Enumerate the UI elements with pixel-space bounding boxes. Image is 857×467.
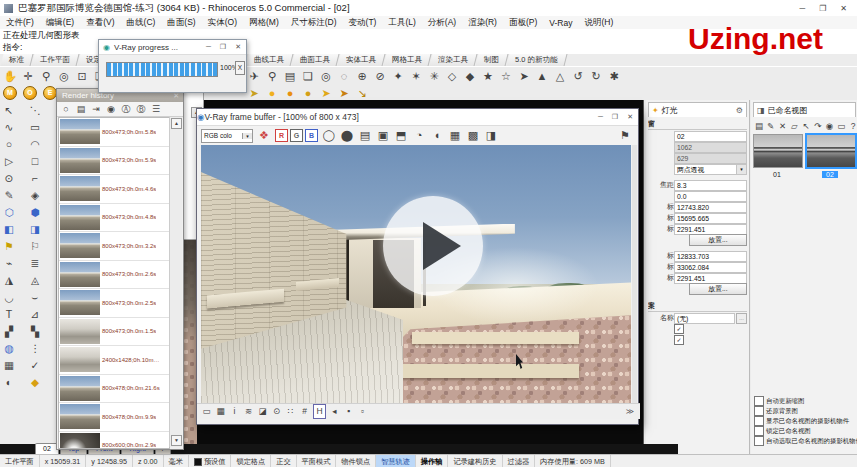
property-value[interactable]: 1062 [674,142,747,153]
close-icon[interactable]: ✕ [627,113,633,121]
histogram-icon[interactable]: H [313,404,326,419]
render-history-row[interactable]: 2400x1428;0h.10m… [59,346,169,375]
toolbar-tab-right-2[interactable]: 实体工具 [338,54,386,66]
toolbar-tab-right-3[interactable]: 网格工具 [384,54,432,66]
menu-item-1[interactable]: 编辑(E) [40,17,80,29]
light-icon[interactable]: ✦ [391,69,405,84]
walk-icon[interactable]: ➤ [517,69,531,84]
vray-progress-title-bar[interactable]: ◉ V-Ray progress ... ─ ❐ ✕ [99,40,246,55]
save-view-icon[interactable]: ▤ [283,69,297,84]
status-cell-14[interactable]: 内存使用量: 609 MB [535,455,611,467]
nv-restore-icon[interactable]: ↷ [813,120,823,132]
status-cell-5[interactable]: 预设值 [189,455,232,467]
pan-icon[interactable]: ✋ [3,69,17,84]
checkbox-unchecked[interactable] [754,396,764,406]
zoom-extents-icon[interactable]: ⊡ [75,69,89,84]
property-value[interactable]: 12743.820 [674,202,747,213]
property-value[interactable]: 629 [674,153,747,164]
nv-select-icon[interactable]: ↖ [801,120,811,132]
menu-item-9[interactable]: 工具(L) [382,17,421,29]
text-tool-icon[interactable]: T [2,307,16,321]
named-view-item[interactable]: 02 [806,134,854,178]
close-icon[interactable]: ✕ [235,43,241,51]
menu-item-8[interactable]: 变动(T) [343,17,383,29]
toolbar-tab-left-0[interactable]: 标准 [1,54,34,66]
dimension-tool-icon[interactable]: ⊿ [28,307,42,321]
menu-item-7[interactable]: 尺寸标注(D) [285,17,343,29]
minimize-icon[interactable]: ─ [206,43,211,51]
menu-item-10[interactable]: 分析(A) [422,17,462,29]
close-icon[interactable]: ✕ [840,4,847,13]
status-cell-8[interactable]: 平面模式 [297,455,337,467]
toolbar-tab-right-6[interactable]: 5.0 的新功能 [507,54,568,66]
checkbox-unchecked[interactable] [754,436,764,446]
nv-display-icon[interactable]: ▭ [836,120,846,132]
property-value[interactable]: 02 [674,131,747,142]
pixel-format-dropdown[interactable]: RGB colo ▾ [201,129,253,143]
vray-tool-icon-6[interactable]: ↘ [355,86,369,101]
render-history-row[interactable]: 800x473;0h.0m.4.8s [59,204,169,233]
points-tool-icon[interactable]: ⋱ [28,103,42,117]
property-value[interactable]: (无) [674,313,735,324]
property-value[interactable]: 0.0 [674,191,747,202]
menu-item-11[interactable]: 渲染(R) [462,17,503,29]
srgb-icon[interactable]: ∷ [285,405,296,418]
status-cell-7[interactable]: 正交 [271,455,296,467]
frame-buffer-title-bar[interactable]: ◉ V-Ray frame buffer - [100% of 800 x 47… [197,109,638,126]
solid-tool-icon[interactable]: ⬢ [28,205,42,219]
surface-tool-icon[interactable]: ◈ [28,188,42,202]
sun-icon[interactable]: ✶ [409,69,423,84]
menu-item-3[interactable]: 曲线(C) [121,17,162,29]
zoom-window-icon[interactable]: ◎ [57,69,71,84]
render-history-row[interactable]: 800x478;0h.0m.9.9s [59,403,169,432]
minimize-icon[interactable]: ─ [598,113,603,121]
fly-view-icon[interactable]: ✈ [247,69,261,84]
status-cell-2[interactable]: y 12458.95 [86,455,133,467]
status-cell-13[interactable]: 过滤器 [503,455,536,467]
toolbar-tab-right-5[interactable]: 制图 [476,54,509,66]
loft-tool-icon[interactable]: ⚐ [28,239,42,253]
status-cell-6[interactable]: 锁定格点 [231,455,271,467]
status-cell-3[interactable]: z 0.00 [133,455,164,467]
exposure-icon[interactable]: ⊙ [271,405,282,418]
compare-icon[interactable]: ◖ [430,128,444,143]
settings-icon[interactable]: ✱ [607,69,621,84]
minimize-icon[interactable]: ─ [799,4,805,13]
duplicate-buffer-icon[interactable]: ⬒ [394,128,408,143]
blend-tool-icon[interactable]: ◡ [2,290,16,304]
grid-overlay-icon[interactable]: # [299,405,310,418]
trim-tool-icon[interactable]: ◮ [2,273,16,287]
gear-icon[interactable]: ⚙ [736,106,746,115]
named-view-item[interactable]: 01 [753,134,801,178]
place-button[interactable]: 放置... [689,283,747,295]
menu-item-6[interactable]: 网格(M) [243,17,285,29]
nv-folder-icon[interactable]: ▱ [789,120,799,132]
stamp-icon[interactable]: ⚑ [618,128,638,143]
box-tool-icon[interactable]: ◧ [2,222,16,236]
toolbar-tab-right-1[interactable]: 曲面工具 [292,54,340,66]
nv-eye-icon[interactable]: ◉ [825,120,835,132]
place-button[interactable]: 放置... [689,234,747,246]
history-tool-icon[interactable]: ⋮ [28,341,42,355]
magnify-icon[interactable]: ⚲ [265,69,279,84]
rotate-view-icon[interactable]: ⊕ [355,69,369,84]
ghosted-icon[interactable]: ☆ [499,69,513,84]
render-history-row[interactable]: 800x473;0h.0m.3.2s [59,232,169,261]
plane-tool-icon[interactable]: □ [28,154,42,168]
region-render-icon[interactable]: ▦ [448,128,462,143]
checkbox-checked[interactable]: ✓ [674,335,684,345]
down-icon[interactable]: △ [553,69,567,84]
shade-tool-icon[interactable]: ◐ [2,375,16,389]
menu-item-2[interactable]: 查看(V) [80,17,120,29]
property-value[interactable]: 15695.665 [674,213,747,224]
render-history-row[interactable]: 800x473;0h.0m.5.8s [59,118,169,147]
block-tool-icon[interactable]: ▚ [28,324,42,338]
swatches-icon[interactable]: ▦ [215,405,226,418]
polygon-tool-icon[interactable]: ▷ [2,154,16,168]
property-value[interactable]: 33062.084 [674,262,747,273]
hatch-tool-icon[interactable]: ▞ [2,324,16,338]
vray-tool-icon-2[interactable]: ● [283,86,297,101]
status-cell-12[interactable]: 记录建构历史 [448,455,502,467]
camera-icon[interactable]: ◎ [319,69,333,84]
tab-named-views[interactable]: ◨ 已命名视图 [753,102,856,117]
